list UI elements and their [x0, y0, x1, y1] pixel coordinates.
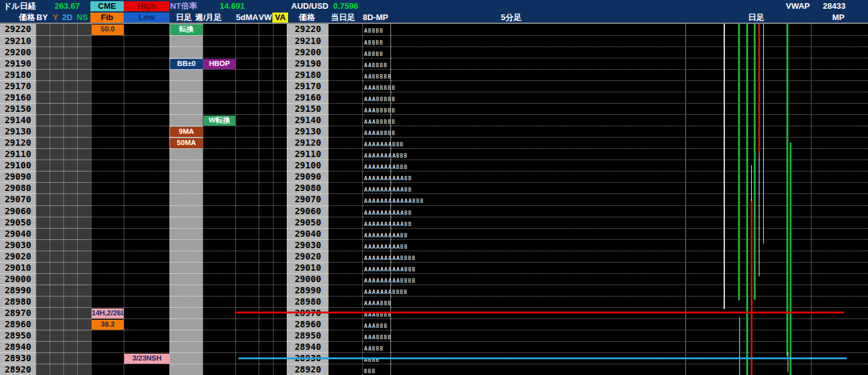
price-cell: 29080	[287, 182, 328, 193]
fib-column-cell	[92, 103, 124, 114]
audusd-label: AUD/USD	[291, 1, 328, 11]
tpo-b-letters: BBB	[412, 198, 424, 204]
ma5d-column-cell	[236, 296, 259, 307]
by-column-cell	[36, 239, 50, 251]
y-column-cell	[50, 296, 63, 307]
daily-column-cell	[170, 217, 203, 228]
weekly-column-cell	[203, 171, 235, 182]
fib-column-cell: 50.0	[92, 24, 124, 35]
va-column-cell	[274, 171, 287, 182]
va-column-cell	[274, 273, 287, 285]
tenkan-label: 転換	[170, 24, 203, 35]
high-button[interactable]: High	[124, 1, 169, 11]
ns-toggle[interactable]: NS	[77, 13, 88, 23]
va-column-cell	[274, 251, 287, 262]
chart-grid-area-cell	[391, 80, 868, 92]
price-column-right: 2922029210292002919029180291702916029150…	[287, 24, 328, 375]
weekly-column-cell	[203, 182, 235, 193]
by-toggle[interactable]: BY	[36, 13, 48, 23]
tpo-a-letters: AAA	[364, 323, 376, 329]
weekly-column-cell	[203, 239, 235, 251]
wick-1	[739, 317, 740, 375]
low-column-cell	[124, 296, 169, 307]
y-column-cell	[50, 35, 63, 46]
tpo-a-letters: AA	[364, 73, 372, 80]
tpo-letters-cell: AAAAAAAAABB	[363, 228, 390, 239]
y-column-cell	[50, 228, 63, 239]
tpo-b-letters: BBB	[376, 323, 388, 329]
today-column-cell	[329, 205, 362, 217]
tpo-a-letters: AAA	[364, 85, 376, 91]
by-column-cell	[36, 205, 50, 217]
ma5d-column-cell	[236, 341, 259, 352]
daily-column-cell	[170, 251, 203, 262]
daily-column-cell	[170, 69, 203, 80]
ma5d-column-header: 5dMA	[236, 13, 258, 23]
by-column-cell	[36, 228, 50, 239]
by-column-cell	[36, 251, 50, 262]
va-column-cell	[274, 182, 287, 193]
va-column-cell	[274, 92, 287, 103]
price-cell: 29170	[0, 80, 36, 92]
weekly-column-cell	[203, 137, 235, 148]
low-column-cell	[124, 114, 169, 126]
tpo-b-letters: BBBB	[368, 52, 383, 57]
by-column-cell	[36, 58, 50, 69]
2d-column-cell	[64, 341, 77, 352]
vw-column-cell	[259, 262, 273, 273]
tpo-letters-cell: AAAAAAABBB	[363, 137, 390, 148]
by-column-cell	[36, 160, 50, 171]
low-column-cell	[124, 341, 169, 352]
low-button[interactable]: Low	[124, 13, 169, 23]
ma5d-column-cell	[236, 171, 259, 182]
price-cell: 29090	[0, 171, 36, 182]
low-column-cell: 3/23NSH	[124, 352, 169, 364]
low-column-cell	[124, 103, 169, 114]
cme-button[interactable]: CME	[90, 1, 124, 11]
chart-grid-area-cell	[391, 318, 868, 330]
tpo-a-letters: AAAAAAAAAA	[364, 187, 404, 193]
low-column-cell	[124, 35, 169, 46]
va-toggle[interactable]: VA	[272, 13, 288, 23]
ma5d-column-cell	[236, 239, 259, 251]
ns-column-cell	[78, 182, 91, 193]
2d-column-cell	[64, 69, 77, 80]
price-cell: 29140	[287, 114, 328, 126]
chart-grid-area-cell	[391, 341, 868, 352]
session-divider-line	[685, 24, 686, 375]
weekly-column-cell	[203, 92, 235, 103]
w-tenkan-label: W転換	[203, 116, 235, 126]
by-column-cell	[36, 148, 50, 160]
tpo-letters-cell: AAAAAAAAAABB	[363, 205, 390, 217]
daily-column-cell	[170, 205, 203, 217]
2d-column-cell	[64, 114, 77, 126]
ns-column-cell	[78, 251, 91, 262]
by-column-cell	[36, 171, 50, 182]
low-column-cell	[124, 58, 169, 69]
2d-toggle[interactable]: 2D	[62, 13, 73, 23]
daily-column-cell	[170, 160, 203, 171]
wick-4	[763, 24, 764, 244]
2d-column-cell	[64, 364, 77, 375]
weekly-column-cell: W転換	[203, 114, 235, 126]
ma5d-column-cell	[236, 24, 259, 35]
tpo-letters-cell: AAAAAAAAAABB	[363, 182, 390, 193]
fib-button[interactable]: Fib	[90, 13, 124, 23]
today-column-header: 当日足	[331, 13, 355, 23]
y-toggle[interactable]: Y	[53, 13, 58, 23]
tpo-b-letters: BBB	[396, 165, 408, 170]
ma50-label: 50MA	[170, 138, 203, 148]
fib-column-cell	[92, 262, 124, 273]
low-column: 3/23NSH	[124, 24, 169, 375]
chart-grid-area-cell	[391, 160, 868, 171]
low-column-cell	[124, 330, 169, 341]
ns-column-cell	[78, 114, 91, 126]
ma5d-column-cell	[236, 46, 259, 58]
tpo-letters-cell: AAAAAAAAAABB	[363, 217, 390, 228]
ns-column-cell	[78, 307, 91, 318]
by-column-cell	[36, 126, 50, 137]
level-323nsh-label: 3/23NSH	[124, 354, 169, 364]
daily-column-cell: 50MA	[170, 137, 203, 148]
2d-column-cell	[64, 205, 77, 217]
ns-column-cell	[78, 137, 91, 148]
